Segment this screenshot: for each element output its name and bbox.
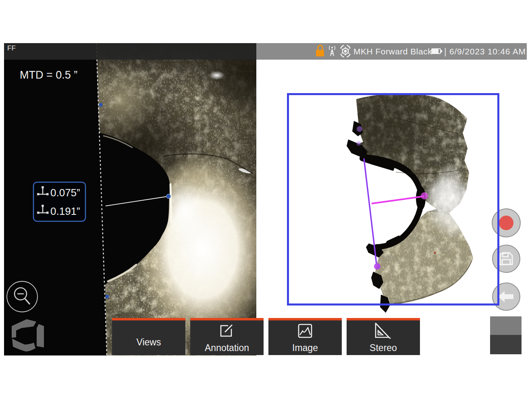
- svg-text:6/9/2023 10:46 AM: 6/9/2023 10:46 AM: [449, 47, 526, 56]
- svg-text:0.191”: 0.191”: [50, 205, 80, 217]
- svg-text:|: |: [444, 46, 447, 56]
- svg-text:0.075”: 0.075”: [50, 187, 80, 199]
- svg-text:MKH Forward Black: MKH Forward Black: [353, 47, 432, 56]
- svg-text:MTD = 0.5 ”: MTD = 0.5 ”: [20, 69, 77, 81]
